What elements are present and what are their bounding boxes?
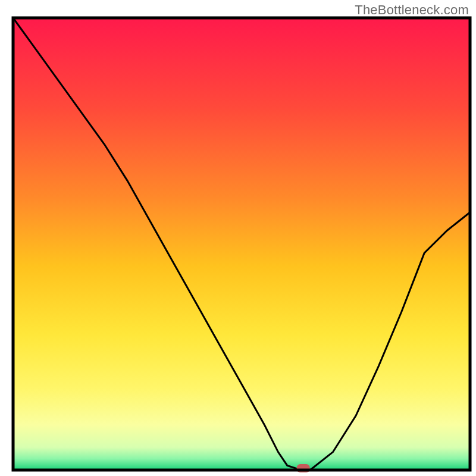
watermark-text: TheBottleneck.com <box>355 2 469 18</box>
plot-area <box>13 18 470 472</box>
chart-svg <box>0 0 476 476</box>
gradient-background <box>13 18 470 470</box>
bottleneck-chart: TheBottleneck.com <box>0 0 476 476</box>
